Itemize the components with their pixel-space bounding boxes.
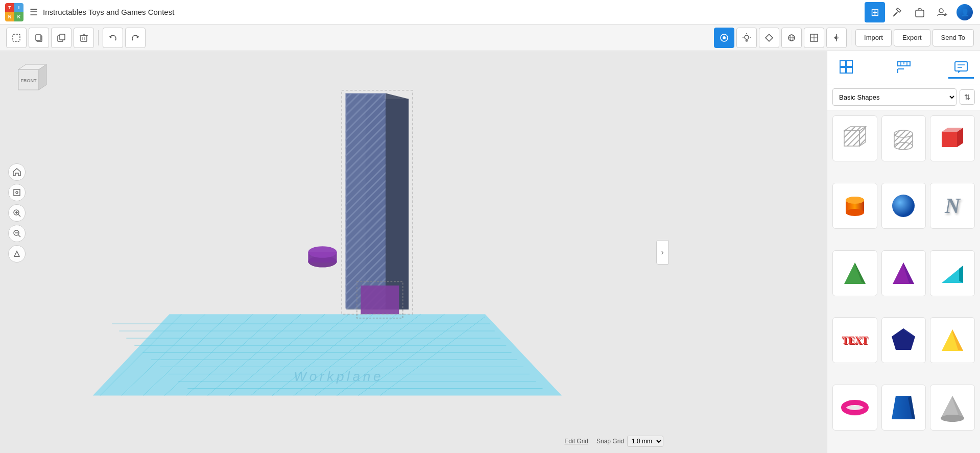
grid-view-button[interactable]: ⊞: [865, 2, 885, 22]
svg-rect-66: [361, 285, 399, 314]
shape-item-box-red[interactable]: [930, 115, 975, 161]
svg-point-110: [894, 142, 913, 150]
zoom-out-button[interactable]: [8, 225, 26, 242]
add-user-button[interactable]: [932, 2, 952, 22]
svg-rect-111: [942, 132, 957, 147]
topbar: T I N K ☰ Instructables Toys and Games C…: [0, 0, 980, 25]
solid-view-button[interactable]: [759, 28, 779, 48]
camera-view-button[interactable]: [714, 28, 734, 48]
panel-top-icons: [827, 51, 980, 84]
pickaxe-button[interactable]: [887, 2, 907, 22]
shape-item-cone-gray[interactable]: [930, 385, 975, 431]
home-view-button[interactable]: [8, 163, 26, 181]
svg-rect-76: [14, 189, 20, 196]
list-view-icon[interactable]: ☰: [30, 7, 38, 18]
project-title[interactable]: Instructables Toys and Games Contest: [43, 8, 174, 16]
shape-item-prism-navy[interactable]: [881, 385, 926, 431]
logo-t: T: [5, 3, 14, 12]
profile-button[interactable]: 👤: [954, 2, 975, 22]
svg-rect-0: [916, 10, 924, 17]
panel-toggle-button[interactable]: ›: [656, 240, 668, 265]
duplicate-button[interactable]: [51, 28, 71, 48]
svg-rect-89: [840, 67, 846, 73]
svg-marker-125: [959, 266, 963, 283]
panel-grid-button[interactable]: [833, 56, 859, 79]
bag-button[interactable]: [910, 2, 930, 22]
shape-item-text-3d[interactable]: TEXT: [832, 317, 877, 363]
main-area: Workplane: [0, 51, 980, 453]
shape-item-cylinder-orange[interactable]: [832, 183, 877, 229]
export-button[interactable]: Export: [894, 29, 930, 46]
shape-item-pyramid-yellow[interactable]: [930, 317, 975, 363]
history-tools: [103, 28, 146, 48]
shape-sort-button[interactable]: ⇅: [960, 89, 975, 105]
edit-tools: [6, 28, 94, 48]
fit-view-button[interactable]: [8, 184, 26, 201]
shape-item-n-text[interactable]: N: [930, 183, 975, 229]
tinkercad-logo[interactable]: T I N K: [5, 3, 23, 21]
panel-shape-selector: Basic Shapes Letters Math People Nature …: [827, 84, 980, 110]
send-to-button[interactable]: Send To: [933, 29, 974, 46]
toolbar-separator-1: [98, 30, 99, 45]
snap-grid-label: Snap Grid: [596, 438, 624, 445]
light-button[interactable]: [736, 28, 757, 48]
svg-rect-102: [844, 131, 859, 146]
edit-grid-button[interactable]: Edit Grid: [564, 438, 588, 445]
svg-point-16: [745, 35, 749, 39]
svg-text:FRONT: FRONT: [21, 78, 37, 83]
undo-button[interactable]: [103, 28, 123, 48]
svg-rect-8: [60, 34, 65, 40]
shape-item-box-ghost[interactable]: [832, 115, 877, 161]
shape-item-wedge-teal[interactable]: [930, 250, 975, 296]
shape-item-pyramid-green[interactable]: [832, 250, 877, 296]
shape-item-sphere-blue[interactable]: [881, 183, 926, 229]
panel-ruler-button[interactable]: [891, 56, 917, 79]
svg-text:Workplane: Workplane: [294, 369, 384, 384]
svg-point-1: [939, 9, 943, 13]
shape-item-pyramid-purple[interactable]: [881, 250, 926, 296]
nav-controls: [8, 163, 26, 263]
snap-grid-control: Snap Grid 1.0 mm 0.5 mm 0.1 mm 2.0 mm: [596, 436, 663, 447]
grid-button[interactable]: [804, 28, 824, 48]
logo-k: K: [14, 12, 23, 21]
svg-rect-97: [955, 62, 967, 71]
panel-notes-button[interactable]: [948, 56, 974, 79]
select-button[interactable]: [6, 28, 27, 48]
action-buttons: Import Export Send To: [855, 29, 974, 46]
redo-button[interactable]: [125, 28, 146, 48]
zoom-in-button[interactable]: [8, 204, 26, 222]
perspective-button[interactable]: [8, 245, 26, 263]
import-button[interactable]: Import: [855, 29, 892, 46]
svg-point-70: [308, 246, 337, 257]
svg-rect-4: [13, 34, 20, 41]
mirror-button[interactable]: [826, 28, 847, 48]
svg-rect-90: [847, 67, 852, 73]
copy-button[interactable]: [29, 28, 49, 48]
logo-i: I: [14, 3, 23, 12]
snap-grid-select[interactable]: 1.0 mm 0.5 mm 0.1 mm 2.0 mm: [627, 436, 663, 447]
shapes-grid: N: [827, 110, 980, 453]
svg-rect-87: [840, 61, 846, 66]
svg-line-79: [18, 214, 20, 217]
toolbar-separator-2: [851, 30, 851, 45]
svg-point-119: [892, 195, 915, 217]
shape-item-pentagon-navy[interactable]: [881, 317, 926, 363]
nav-right: ⊞ 👤: [865, 2, 975, 22]
svg-point-77: [16, 192, 18, 194]
shape-category-select[interactable]: Basic Shapes Letters Math People Nature …: [832, 88, 957, 106]
shape-item-torus-pink[interactable]: [832, 385, 877, 431]
toolbar: Import Export Send To: [0, 25, 980, 51]
svg-point-132: [850, 406, 860, 410]
svg-rect-9: [81, 36, 87, 41]
3d-viewport[interactable]: Workplane: [0, 51, 827, 453]
shape-item-cylinder-ghost[interactable]: [881, 115, 926, 161]
delete-button[interactable]: [74, 28, 94, 48]
svg-rect-64: [345, 93, 386, 308]
svg-marker-85: [14, 251, 19, 256]
wireframe-button[interactable]: [781, 28, 802, 48]
svg-line-83: [18, 235, 20, 237]
svg-marker-100: [958, 71, 961, 73]
view-cube[interactable]: FRONT: [8, 59, 49, 100]
svg-point-117: [846, 209, 864, 216]
svg-marker-65: [386, 93, 409, 309]
